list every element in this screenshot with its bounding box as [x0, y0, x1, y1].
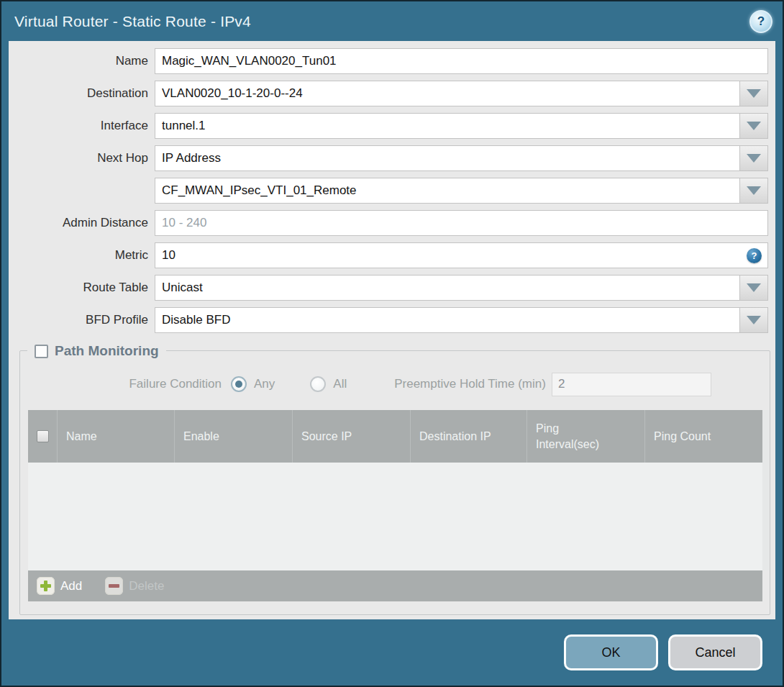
- failure-condition-label: Failure Condition: [20, 377, 222, 391]
- path-monitoring-title: Path Monitoring: [55, 343, 159, 359]
- chevron-down-icon: [747, 186, 761, 195]
- destination-label: Destination: [9, 81, 155, 106]
- table-scrollbar-track[interactable]: [762, 410, 769, 570]
- admin-distance-row: Admin Distance: [9, 210, 775, 236]
- help-icon[interactable]: ?: [749, 10, 772, 33]
- next-hop-address-input[interactable]: [155, 178, 739, 203]
- chevron-down-icon: [747, 122, 761, 130]
- delete-button[interactable]: Delete: [105, 577, 164, 595]
- column-header-destination-ip[interactable]: Destination IP: [410, 410, 527, 463]
- chevron-down-icon: [747, 89, 761, 98]
- table-footer-bar: Add Delete: [28, 570, 762, 601]
- name-label: Name: [9, 48, 155, 74]
- bfd-profile-input[interactable]: [155, 308, 739, 332]
- route-table-label: Route Table: [9, 275, 155, 301]
- cancel-button[interactable]: Cancel: [668, 634, 762, 670]
- path-monitoring-legend: Path Monitoring: [27, 341, 166, 361]
- column-header-ping-interval[interactable]: Ping Interval(sec): [527, 410, 644, 463]
- bfd-profile-row: BFD Profile: [9, 307, 775, 333]
- interface-dropdown-button[interactable]: [739, 114, 767, 138]
- interface-row: Interface: [9, 113, 775, 139]
- preemptive-hold-time-label: Preemptive Hold Time (min): [394, 377, 546, 391]
- next-hop-address-label: [9, 178, 155, 204]
- interface-input[interactable]: [155, 114, 739, 138]
- table-header-select-cell: [28, 410, 57, 463]
- table-body-empty: [28, 463, 762, 570]
- next-hop-label: Next Hop: [9, 145, 155, 171]
- column-header-name[interactable]: Name: [57, 410, 174, 463]
- failure-condition-all-radio[interactable]: [310, 376, 326, 392]
- bfd-profile-label: BFD Profile: [9, 307, 155, 333]
- name-field: [155, 48, 768, 74]
- delete-button-label: Delete: [129, 579, 164, 593]
- bfd-profile-field: [155, 307, 768, 333]
- metric-field: ?: [155, 242, 768, 268]
- dialog-title: Virtual Router - Static Route - IPv4: [14, 13, 749, 30]
- failure-condition-any-radio[interactable]: [231, 376, 247, 392]
- name-row: Name: [9, 48, 775, 74]
- destination-field: [155, 81, 768, 106]
- route-table-input[interactable]: [155, 276, 739, 300]
- path-monitoring-section: Path Monitoring Failure Condition Any Al…: [19, 350, 770, 615]
- failure-condition-all-label: All: [333, 377, 347, 391]
- next-hop-row: Next Hop: [9, 145, 775, 171]
- select-all-checkbox[interactable]: [37, 430, 49, 442]
- next-hop-type-dropdown-button[interactable]: [739, 146, 767, 170]
- next-hop-type-field: [155, 145, 768, 171]
- dialog-titlebar: Virtual Router - Static Route - IPv4 ?: [1, 1, 783, 41]
- plus-icon: [37, 577, 55, 595]
- name-input[interactable]: [155, 49, 767, 73]
- path-monitoring-checkbox[interactable]: [35, 345, 48, 358]
- chevron-down-icon: [747, 154, 761, 163]
- ok-button[interactable]: OK: [564, 634, 658, 670]
- destination-input[interactable]: [155, 81, 739, 106]
- info-icon[interactable]: ?: [747, 248, 762, 263]
- metric-row: Metric ?: [9, 242, 775, 268]
- column-header-source-ip[interactable]: Source IP: [292, 410, 410, 463]
- admin-distance-input[interactable]: [155, 211, 767, 235]
- chevron-down-icon: [747, 316, 761, 324]
- next-hop-address-row: [9, 178, 775, 204]
- column-header-enable[interactable]: Enable: [174, 410, 292, 463]
- next-hop-type-input[interactable]: [155, 146, 739, 170]
- route-table-field: [155, 275, 768, 301]
- minus-icon: [105, 577, 123, 595]
- route-table-dropdown-button[interactable]: [739, 276, 767, 300]
- add-button[interactable]: Add: [37, 577, 82, 595]
- metric-input[interactable]: [155, 243, 767, 268]
- interface-field: [155, 113, 768, 139]
- table-header-row: Name Enable Source IP Destination IP Pin…: [28, 410, 762, 463]
- add-button-label: Add: [60, 579, 82, 593]
- destination-dropdown-button[interactable]: [739, 81, 767, 106]
- failure-condition-row: Failure Condition Any All Preemptive Hol…: [20, 371, 770, 397]
- dialog-footer: OK Cancel: [1, 619, 783, 686]
- destination-row: Destination: [9, 81, 775, 106]
- column-header-ping-count[interactable]: Ping Count: [644, 410, 762, 463]
- failure-condition-any-label: Any: [254, 377, 275, 391]
- bfd-profile-dropdown-button[interactable]: [739, 308, 767, 332]
- path-monitoring-table: Name Enable Source IP Destination IP Pin…: [28, 410, 769, 601]
- next-hop-address-dropdown-button[interactable]: [739, 178, 767, 203]
- interface-label: Interface: [9, 113, 155, 139]
- chevron-down-icon: [747, 283, 761, 292]
- next-hop-address-field: [155, 178, 768, 204]
- metric-label: Metric: [9, 242, 155, 268]
- static-route-dialog: Virtual Router - Static Route - IPv4 ? N…: [0, 0, 784, 687]
- route-table-row: Route Table: [9, 275, 775, 301]
- admin-distance-field: [155, 210, 768, 236]
- preemptive-hold-time-input[interactable]: [552, 373, 711, 396]
- dialog-content: Name Destination Interface: [9, 41, 775, 619]
- admin-distance-label: Admin Distance: [9, 210, 155, 236]
